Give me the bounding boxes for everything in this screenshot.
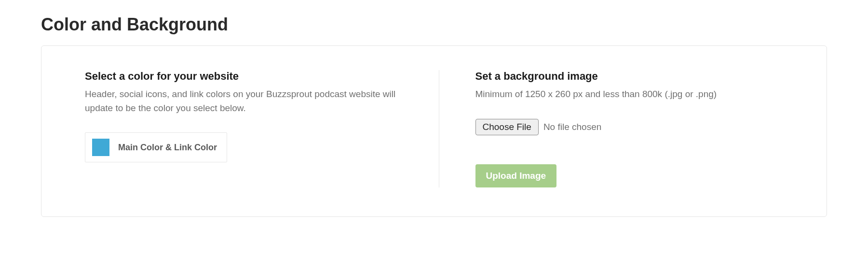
- background-section-description: Minimum of 1250 x 260 px and less than 8…: [475, 87, 800, 101]
- color-section: Select a color for your website Header, …: [85, 70, 439, 187]
- file-status-text: No file chosen: [543, 122, 601, 132]
- upload-image-button[interactable]: Upload Image: [475, 164, 557, 187]
- choose-file-button[interactable]: Choose File: [475, 119, 539, 135]
- settings-card: Select a color for your website Header, …: [41, 45, 827, 217]
- page-title: Color and Background: [41, 14, 827, 35]
- background-section: Set a background image Minimum of 1250 x…: [439, 70, 800, 187]
- color-picker[interactable]: Main Color & Link Color: [85, 132, 227, 162]
- file-input-row: Choose File No file chosen: [475, 119, 800, 135]
- color-picker-label: Main Color & Link Color: [118, 143, 217, 153]
- color-section-heading: Select a color for your website: [85, 70, 410, 83]
- color-swatch: [92, 139, 109, 156]
- background-section-heading: Set a background image: [475, 70, 800, 83]
- color-section-description: Header, social icons, and link colors on…: [85, 87, 410, 115]
